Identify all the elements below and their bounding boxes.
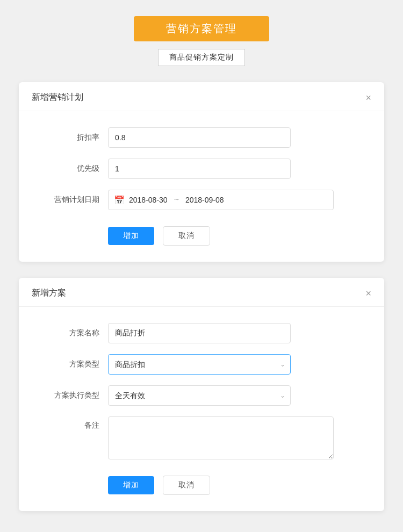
type-label: 方案类型 xyxy=(40,360,99,369)
remark-label: 备注 xyxy=(40,421,99,430)
date-label: 营销计划日期 xyxy=(40,195,99,205)
calendar-icon: 📅 xyxy=(114,195,125,205)
form-row-type: 方案类型 商品折扣 满减活动 赠品活动 ⌄ xyxy=(40,354,363,375)
remark-textarea[interactable] xyxy=(108,416,334,459)
form-scheme: 方案名称 方案类型 商品折扣 满减活动 赠品活动 ⌄ 方案执行类型 全天有效 时… xyxy=(19,323,384,459)
form-row-remark: 备注 xyxy=(40,416,363,459)
cancel-button-scheme[interactable]: 取消 xyxy=(163,476,210,495)
form-row-date: 营销计划日期 📅 2018-08-30 ~ 2018-09-08 xyxy=(40,190,363,210)
date-end: 2018-09-08 xyxy=(185,196,224,204)
form-row-priority: 优先级 xyxy=(40,159,363,179)
form-row-exec-type: 方案执行类型 全天有效 时段有效 ⌄ xyxy=(40,385,363,406)
name-label: 方案名称 xyxy=(40,328,99,338)
discount-label: 折扣率 xyxy=(40,133,99,142)
type-select-wrapper: 商品折扣 满减活动 赠品活动 ⌄ xyxy=(108,354,291,375)
date-separator: ~ xyxy=(174,195,179,205)
form-scheme-buttons: 增加 取消 xyxy=(19,470,384,495)
form-plan: 折扣率 优先级 营销计划日期 📅 2018-08-30 ~ 2018-09-08 xyxy=(19,127,384,210)
page-title: 营销方案管理 xyxy=(134,16,269,41)
form-row-discount: 折扣率 xyxy=(40,127,363,148)
card-header-plan: 新增营销计划 × xyxy=(19,82,384,111)
close-button-plan[interactable]: × xyxy=(365,93,371,103)
exec-type-select[interactable]: 全天有效 时段有效 xyxy=(108,385,291,406)
cancel-button-plan[interactable]: 取消 xyxy=(163,226,210,246)
name-input[interactable] xyxy=(108,323,291,343)
card-scheme: 新增方案 × 方案名称 方案类型 商品折扣 满减活动 赠品活动 ⌄ 方案执行类型 xyxy=(19,278,384,511)
priority-label: 优先级 xyxy=(40,164,99,174)
exec-type-label: 方案执行类型 xyxy=(40,391,99,400)
add-button-plan[interactable]: 增加 xyxy=(108,227,154,245)
card-header-scheme: 新增方案 × xyxy=(19,278,384,307)
discount-input[interactable] xyxy=(108,127,291,148)
close-button-scheme[interactable]: × xyxy=(365,289,371,298)
card-marketing-plan: 新增营销计划 × 折扣率 优先级 营销计划日期 📅 2018-08-30 ~ 2… xyxy=(19,82,384,262)
card-title-scheme: 新增方案 xyxy=(32,287,66,299)
date-range-picker[interactable]: 📅 2018-08-30 ~ 2018-09-08 xyxy=(108,190,334,210)
card-title-plan: 新增营销计划 xyxy=(32,92,83,103)
exec-type-select-wrapper: 全天有效 时段有效 ⌄ xyxy=(108,385,291,406)
form-row-name: 方案名称 xyxy=(40,323,363,343)
form-plan-buttons: 增加 取消 xyxy=(19,221,384,246)
date-start: 2018-08-30 xyxy=(129,196,168,204)
type-select[interactable]: 商品折扣 满减活动 赠品活动 xyxy=(108,354,291,375)
page-header: 营销方案管理 商品促销方案定制 xyxy=(134,16,269,66)
priority-input[interactable] xyxy=(108,159,291,179)
page-subtitle: 商品促销方案定制 xyxy=(158,49,245,66)
add-button-scheme[interactable]: 增加 xyxy=(108,476,154,494)
